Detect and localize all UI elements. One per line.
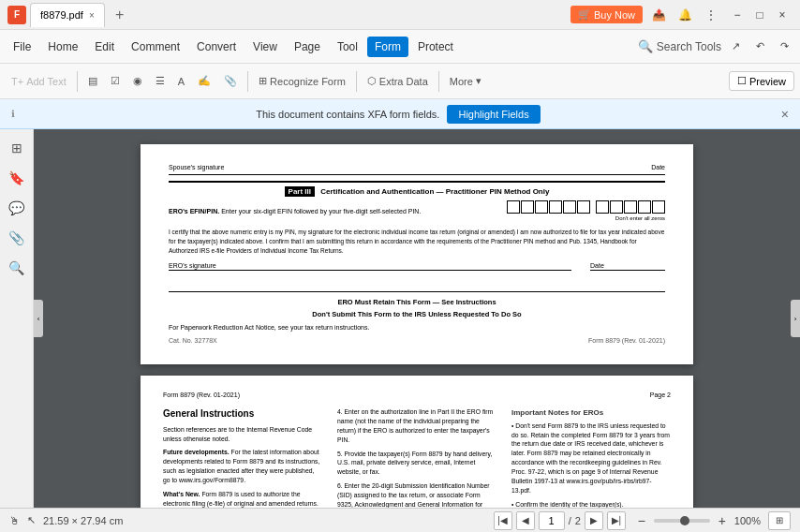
pdf-page-2: 1 / 2 Form 8879 (Rev. 01-2021) Page 2 Ge… [141,376,693,508]
open-external-icon[interactable]: ↗ [725,37,746,57]
left-panel-collapse-btn[interactable]: ‹ [34,300,43,337]
zoom-out-btn[interactable]: − [633,512,650,529]
attach-btn[interactable]: 📎 [218,71,243,91]
menu-home[interactable]: Home [40,37,85,57]
buy-now-button[interactable]: 🛒 Buy Now [570,6,643,23]
col2-item6: 6. Enter the 20-digit Submission Identif… [337,481,496,508]
toolbar-separator-4 [438,71,439,92]
notification-message: This document contains XFA form fields. [256,109,439,120]
important-notes-title: Important Notes for EROs [511,407,671,419]
menu-page[interactable]: Page [287,37,328,57]
highlight-fields-btn[interactable]: Highlight Fields [447,105,540,124]
certify-text: I certify that the above numeric entry i… [169,228,665,255]
menu-tool[interactable]: Tool [330,37,365,57]
future-dev: Future developments. For the latest info… [163,448,322,484]
list-icon: ☰ [156,75,165,87]
menu-file[interactable]: File [6,37,38,57]
app-tab[interactable]: f8879.pdf × [30,3,105,27]
page2-page-num: Page 2 [650,391,671,400]
zoom-in-btn[interactable]: + [714,512,731,529]
page-sep: / [569,515,571,526]
gen-instructions-title: General Instructions [163,407,322,421]
content-area: Spouse's signature Date Part III Certifi… [34,129,800,508]
maximize-button[interactable]: □ [749,5,770,25]
add-tab-btn[interactable]: + [109,4,131,26]
cursor-icon: ↖ [27,514,36,526]
total-pages: 2 [575,515,581,526]
toolbar-separator-3 [356,71,357,92]
left-sidebar: ⊞ 🔖 💬 📎 🔍 [0,129,34,508]
first-page-btn[interactable]: |◀ [494,511,512,530]
important-item-2: • Confirm the identity of the taxpayer(s… [511,500,671,509]
section-header: Part III Certification and Authenticatio… [169,181,665,197]
menu-comment[interactable]: Comment [124,37,187,57]
add-text-btn[interactable]: T+ Add Text [6,72,72,91]
page-dimensions: 21.59 × 27.94 cm [43,515,123,526]
extra-data-btn[interactable]: ⬡ Extra Data [362,71,434,91]
fit-page-btn[interactable]: ⊞ [768,511,791,530]
spouse-sig-label: Spouse's signature [169,163,224,172]
cat-no: Cat. No. 32778X [169,336,217,346]
search-icon: 🔍 [638,39,653,53]
share-icon[interactable]: 📤 [648,5,669,25]
sidebar-search-icon[interactable]: 🔍 [4,255,30,281]
zoom-percentage[interactable]: 100% [734,515,761,526]
section-title: Certification and Authentication — Pract… [320,187,549,196]
text-field-icon: A [178,76,185,87]
last-page-btn[interactable]: ▶| [607,511,626,530]
text-field-btn[interactable]: A [172,72,190,91]
back-icon[interactable]: ↶ [749,37,770,57]
status-right: |◀ ◀ / 2 ▶ ▶| − + 100% ⊞ [494,511,791,530]
sidebar-pages-icon[interactable]: ⊞ [4,135,30,161]
close-button[interactable]: × [772,5,793,25]
whats-new-label: What's New. [163,491,200,497]
zoom-controls: − + 100% [633,512,761,529]
checkbox-btn[interactable]: ☑ [105,71,126,91]
page2-col2: 4. Enter on the authorization line in Pa… [337,407,496,508]
sign-btn[interactable]: ✍ [192,71,216,91]
page-navigation: |◀ ◀ / 2 ▶ ▶| [494,511,626,530]
list-btn[interactable]: ☰ [150,71,170,91]
more-options-icon[interactable]: ⋮ [701,5,721,25]
menu-view[interactable]: View [245,37,285,57]
window-controls: − □ × [727,5,793,25]
sidebar-comment-icon[interactable]: 💬 [4,195,30,221]
preview-btn[interactable]: ☐ Preview [729,71,794,91]
menu-protect[interactable]: Protect [410,37,461,57]
toolbar-separator-1 [77,71,78,92]
attach-icon: 📎 [224,75,237,87]
menu-form[interactable]: Form [367,37,408,57]
notification-close-btn[interactable]: × [781,107,789,122]
efin-label: ERO's EFIN/PIN. [169,207,219,216]
more-btn[interactable]: More ▾ [444,71,487,91]
menu-convert[interactable]: Convert [189,37,244,57]
search-tools-label: Search Tools [657,40,721,53]
minimize-button[interactable]: − [727,5,748,25]
status-bar: 🖱 ↖ 21.59 × 27.94 cm |◀ ◀ / 2 ▶ ▶| − + 1… [0,508,800,532]
date-label-2: Date [590,261,665,271]
zoom-thumb[interactable] [680,516,689,525]
recognize-form-icon: ⊞ [259,75,267,87]
efin-boxes [507,200,665,214]
paperwork-notice: For Paperwork Reduction Act Notice, see … [169,323,665,332]
radio-btn[interactable]: ◉ [127,71,148,91]
recognize-form-btn[interactable]: ⊞ Recognize Form [253,71,351,91]
title-bar-left: F f8879.pdf × + [7,3,131,27]
dont-enter-label: Don't enter all zeros [615,214,665,222]
next-page-btn[interactable]: ▶ [585,511,603,530]
efin-instruction: Enter your six-digit EFIN followed by yo… [221,207,421,216]
align-btn[interactable]: ▤ [82,71,103,91]
zoom-slider[interactable] [654,519,710,523]
align-icon: ▤ [88,75,97,87]
notification-icon[interactable]: 🔔 [674,5,695,25]
current-page-input[interactable] [539,511,565,530]
title-bar-right: 🛒 Buy Now 📤 🔔 ⋮ − □ × [570,5,793,25]
right-panel-collapse-btn[interactable]: › [791,300,800,337]
prev-page-btn[interactable]: ◀ [516,511,535,530]
sidebar-attach-icon[interactable]: 📎 [4,225,30,251]
date-label-1: Date [651,163,665,172]
tab-close-btn[interactable]: × [89,10,95,21]
sidebar-bookmark-icon[interactable]: 🔖 [4,165,30,191]
menu-edit[interactable]: Edit [87,37,122,57]
forward-icon[interactable]: ↷ [774,37,794,57]
